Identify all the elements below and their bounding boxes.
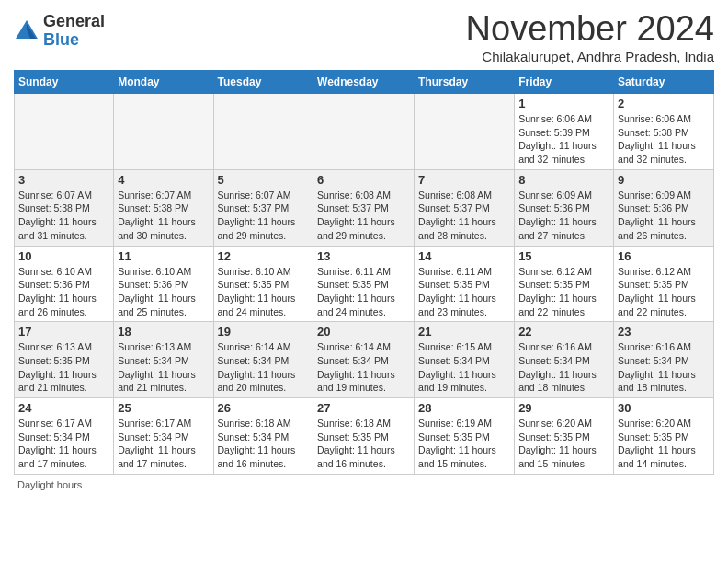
day-number: 20 <box>317 325 410 339</box>
day-info: Sunrise: 6:14 AM Sunset: 5:34 PM Dayligh… <box>218 340 310 395</box>
calendar-day-cell: 11Sunrise: 6:10 AM Sunset: 5:36 PM Dayli… <box>114 246 213 322</box>
day-info: Sunrise: 6:20 AM Sunset: 5:35 PM Dayligh… <box>518 417 609 471</box>
calendar-day-cell: 10Sunrise: 6:10 AM Sunset: 5:36 PM Dayli… <box>15 246 114 322</box>
calendar-day-cell: 23Sunrise: 6:16 AM Sunset: 5:34 PM Dayli… <box>614 322 714 398</box>
calendar-day-cell: 29Sunrise: 6:20 AM Sunset: 5:35 PM Dayli… <box>515 398 614 475</box>
day-number: 5 <box>218 173 310 187</box>
day-number: 1 <box>518 97 609 110</box>
day-number: 10 <box>18 249 109 263</box>
footer-note: Daylight hours <box>14 479 714 490</box>
calendar-day-cell: 26Sunrise: 6:18 AM Sunset: 5:34 PM Dayli… <box>213 398 313 475</box>
calendar-day-cell: 3Sunrise: 6:07 AM Sunset: 5:38 PM Daylig… <box>15 169 114 246</box>
day-info: Sunrise: 6:07 AM Sunset: 5:37 PM Dayligh… <box>218 189 310 243</box>
logo-general: General <box>43 13 105 31</box>
day-number: 26 <box>218 401 310 415</box>
day-number: 17 <box>18 325 109 339</box>
day-number: 28 <box>418 401 510 415</box>
day-info: Sunrise: 6:07 AM Sunset: 5:38 PM Dayligh… <box>18 189 109 243</box>
day-info: Sunrise: 6:20 AM Sunset: 5:35 PM Dayligh… <box>618 417 710 471</box>
day-number: 27 <box>317 401 410 415</box>
calendar-day-cell: 16Sunrise: 6:12 AM Sunset: 5:35 PM Dayli… <box>614 246 714 322</box>
calendar-weekday: Sunday <box>15 71 114 94</box>
calendar-day-cell: 15Sunrise: 6:12 AM Sunset: 5:35 PM Dayli… <box>515 246 614 322</box>
day-number: 3 <box>18 173 109 187</box>
calendar-day-cell: 27Sunrise: 6:18 AM Sunset: 5:35 PM Dayli… <box>313 398 415 475</box>
day-info: Sunrise: 6:13 AM Sunset: 5:34 PM Dayligh… <box>118 340 209 395</box>
day-info: Sunrise: 6:06 AM Sunset: 5:38 PM Dayligh… <box>618 112 710 167</box>
logo: General Blue <box>14 13 105 50</box>
day-info: Sunrise: 6:18 AM Sunset: 5:35 PM Dayligh… <box>317 417 410 471</box>
day-info: Sunrise: 6:08 AM Sunset: 5:37 PM Dayligh… <box>418 189 510 243</box>
calendar-day-cell: 8Sunrise: 6:09 AM Sunset: 5:36 PM Daylig… <box>515 169 614 246</box>
day-info: Sunrise: 6:13 AM Sunset: 5:35 PM Dayligh… <box>18 340 109 395</box>
day-number: 9 <box>618 173 710 187</box>
logo-icon <box>14 18 40 44</box>
day-info: Sunrise: 6:06 AM Sunset: 5:39 PM Dayligh… <box>518 112 609 167</box>
calendar-day-cell <box>213 94 313 170</box>
day-number: 21 <box>418 325 510 339</box>
calendar-week-row: 1Sunrise: 6:06 AM Sunset: 5:39 PM Daylig… <box>15 94 714 170</box>
day-number: 12 <box>218 249 310 263</box>
calendar-day-cell: 25Sunrise: 6:17 AM Sunset: 5:34 PM Dayli… <box>114 398 213 475</box>
day-info: Sunrise: 6:09 AM Sunset: 5:36 PM Dayligh… <box>518 189 609 243</box>
calendar-week-row: 10Sunrise: 6:10 AM Sunset: 5:36 PM Dayli… <box>15 246 714 322</box>
calendar-day-cell: 2Sunrise: 6:06 AM Sunset: 5:38 PM Daylig… <box>614 94 714 170</box>
calendar-day-cell <box>114 94 213 170</box>
logo-blue: Blue <box>43 31 105 50</box>
day-number: 7 <box>418 173 510 187</box>
calendar-day-cell: 24Sunrise: 6:17 AM Sunset: 5:34 PM Dayli… <box>15 398 114 475</box>
day-info: Sunrise: 6:16 AM Sunset: 5:34 PM Dayligh… <box>618 340 710 395</box>
day-info: Sunrise: 6:10 AM Sunset: 5:35 PM Dayligh… <box>218 265 310 319</box>
calendar-weekday: Friday <box>515 71 614 94</box>
day-number: 30 <box>618 401 710 415</box>
calendar-weekday: Tuesday <box>213 71 313 94</box>
day-number: 25 <box>118 401 209 415</box>
calendar-day-cell: 4Sunrise: 6:07 AM Sunset: 5:38 PM Daylig… <box>114 169 213 246</box>
day-number: 11 <box>118 249 209 263</box>
calendar-weekday: Thursday <box>415 71 515 94</box>
day-info: Sunrise: 6:08 AM Sunset: 5:37 PM Dayligh… <box>317 189 410 243</box>
calendar-day-cell: 19Sunrise: 6:14 AM Sunset: 5:34 PM Dayli… <box>213 322 313 398</box>
day-info: Sunrise: 6:12 AM Sunset: 5:35 PM Dayligh… <box>618 265 710 319</box>
calendar-header-row: SundayMondayTuesdayWednesdayThursdayFrid… <box>15 71 714 94</box>
day-info: Sunrise: 6:10 AM Sunset: 5:36 PM Dayligh… <box>18 265 109 319</box>
day-number: 18 <box>118 325 209 339</box>
day-info: Sunrise: 6:18 AM Sunset: 5:34 PM Dayligh… <box>218 417 310 471</box>
day-info: Sunrise: 6:14 AM Sunset: 5:34 PM Dayligh… <box>317 340 410 395</box>
calendar-day-cell: 13Sunrise: 6:11 AM Sunset: 5:35 PM Dayli… <box>313 246 415 322</box>
calendar-day-cell <box>415 94 515 170</box>
logo-text: General Blue <box>43 13 105 50</box>
calendar-day-cell: 28Sunrise: 6:19 AM Sunset: 5:35 PM Dayli… <box>415 398 515 475</box>
month-title: November 2024 <box>466 9 714 49</box>
calendar-day-cell: 7Sunrise: 6:08 AM Sunset: 5:37 PM Daylig… <box>415 169 515 246</box>
page-header: General Blue November 2024 Chilakalurupe… <box>14 9 714 64</box>
calendar-weekday: Monday <box>114 71 213 94</box>
calendar-day-cell: 30Sunrise: 6:20 AM Sunset: 5:35 PM Dayli… <box>614 398 714 475</box>
day-info: Sunrise: 6:09 AM Sunset: 5:36 PM Dayligh… <box>618 189 710 243</box>
calendar-day-cell: 5Sunrise: 6:07 AM Sunset: 5:37 PM Daylig… <box>213 169 313 246</box>
day-number: 14 <box>418 249 510 263</box>
calendar-weekday: Wednesday <box>313 71 415 94</box>
day-number: 4 <box>118 173 209 187</box>
day-info: Sunrise: 6:07 AM Sunset: 5:38 PM Dayligh… <box>118 189 209 243</box>
calendar-day-cell: 18Sunrise: 6:13 AM Sunset: 5:34 PM Dayli… <box>114 322 213 398</box>
day-info: Sunrise: 6:12 AM Sunset: 5:35 PM Dayligh… <box>518 265 609 319</box>
calendar-day-cell <box>15 94 114 170</box>
day-number: 6 <box>317 173 410 187</box>
day-info: Sunrise: 6:19 AM Sunset: 5:35 PM Dayligh… <box>418 417 510 471</box>
day-number: 19 <box>218 325 310 339</box>
day-info: Sunrise: 6:10 AM Sunset: 5:36 PM Dayligh… <box>118 265 209 319</box>
day-info: Sunrise: 6:11 AM Sunset: 5:35 PM Dayligh… <box>317 265 410 319</box>
calendar-week-row: 24Sunrise: 6:17 AM Sunset: 5:34 PM Dayli… <box>15 398 714 475</box>
day-info: Sunrise: 6:16 AM Sunset: 5:34 PM Dayligh… <box>518 340 609 395</box>
location: Chilakalurupet, Andhra Pradesh, India <box>466 49 714 64</box>
day-info: Sunrise: 6:17 AM Sunset: 5:34 PM Dayligh… <box>118 417 209 471</box>
day-number: 13 <box>317 249 410 263</box>
day-number: 22 <box>518 325 609 339</box>
calendar-table: SundayMondayTuesdayWednesdayThursdayFrid… <box>14 70 714 475</box>
calendar-week-row: 17Sunrise: 6:13 AM Sunset: 5:35 PM Dayli… <box>15 322 714 398</box>
day-number: 23 <box>618 325 710 339</box>
day-number: 15 <box>518 249 609 263</box>
calendar-day-cell: 22Sunrise: 6:16 AM Sunset: 5:34 PM Dayli… <box>515 322 614 398</box>
calendar-day-cell: 20Sunrise: 6:14 AM Sunset: 5:34 PM Dayli… <box>313 322 415 398</box>
